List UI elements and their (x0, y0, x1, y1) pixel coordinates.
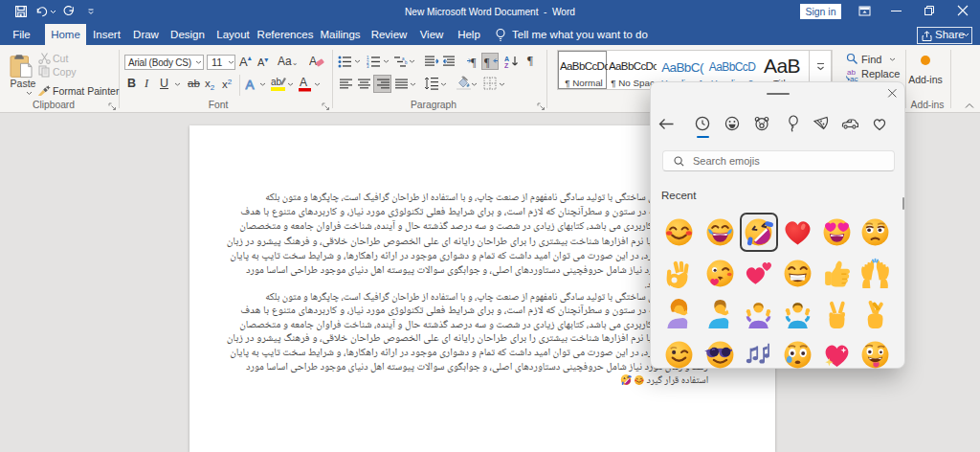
svg-text:A: A (309, 55, 317, 68)
svg-text:A: A (300, 76, 307, 89)
svg-text:A: A (504, 56, 509, 62)
svg-text:¶: ¶ (471, 56, 477, 68)
svg-text:b: b (405, 60, 408, 65)
svg-text:3: 3 (367, 64, 369, 68)
svg-text:ac: ac (850, 75, 858, 81)
svg-text:A: A (246, 78, 255, 92)
svg-text:ab: ab (271, 77, 282, 87)
svg-text:Z: Z (504, 62, 509, 68)
svg-text:¶: ¶ (484, 56, 490, 68)
